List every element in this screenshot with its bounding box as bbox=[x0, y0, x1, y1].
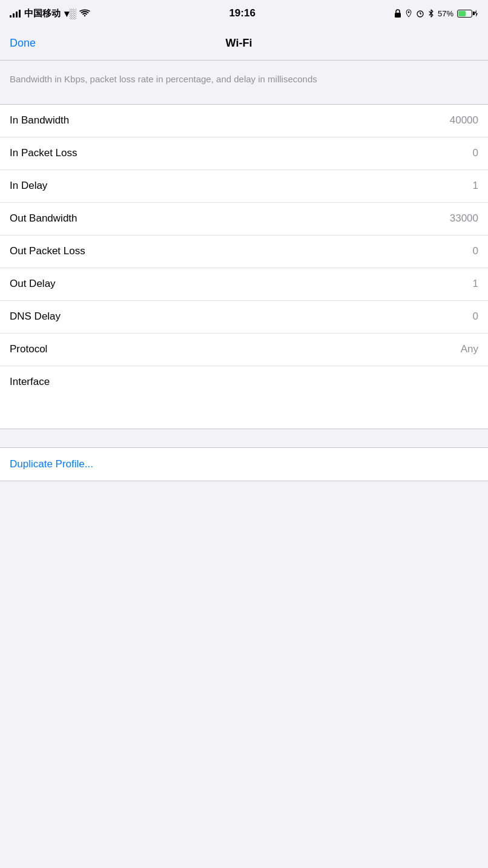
battery-percent: 57% bbox=[438, 9, 453, 18]
protocol-label: Protocol bbox=[10, 343, 47, 355]
svg-rect-0 bbox=[395, 13, 401, 18]
wifi-icon: ▾░ bbox=[64, 8, 76, 19]
status-bar: 中国移动 ▾░ 19:16 57% bbox=[0, 0, 488, 27]
signal-icon bbox=[10, 9, 21, 18]
settings-list: In Bandwidth 40000 In Packet Loss 0 In D… bbox=[0, 104, 488, 429]
dns-delay-label: DNS Delay bbox=[10, 311, 61, 323]
status-left: 中国移动 ▾░ bbox=[10, 8, 90, 19]
location-icon bbox=[405, 9, 412, 18]
charging-icon bbox=[474, 9, 478, 18]
out-packet-loss-value: 0 bbox=[473, 245, 478, 257]
out-bandwidth-label: Out Bandwidth bbox=[10, 212, 77, 225]
in-delay-row[interactable]: In Delay 1 bbox=[0, 170, 488, 203]
section-gap bbox=[0, 429, 488, 441]
status-right: 57% bbox=[394, 9, 478, 18]
battery-indicator bbox=[457, 9, 478, 18]
dns-delay-row[interactable]: DNS Delay 0 bbox=[0, 301, 488, 334]
out-packet-loss-row[interactable]: Out Packet Loss 0 bbox=[0, 235, 488, 268]
alarm-icon bbox=[416, 9, 424, 18]
bottom-spacer bbox=[0, 481, 488, 511]
done-button[interactable]: Done bbox=[10, 37, 36, 50]
out-bandwidth-row[interactable]: Out Bandwidth 33000 bbox=[0, 203, 488, 235]
nav-title: Wi-Fi bbox=[226, 37, 252, 50]
in-packet-loss-row[interactable]: In Packet Loss 0 bbox=[0, 137, 488, 170]
action-section: Duplicate Profile... bbox=[0, 447, 488, 481]
bluetooth-icon bbox=[428, 9, 434, 18]
out-delay-label: Out Delay bbox=[10, 278, 56, 290]
out-bandwidth-value: 33000 bbox=[450, 212, 478, 225]
protocol-row[interactable]: Protocol Any bbox=[0, 334, 488, 366]
out-delay-row[interactable]: Out Delay 1 bbox=[0, 268, 488, 301]
in-packet-loss-value: 0 bbox=[473, 147, 478, 159]
carrier-label: 中国移动 bbox=[24, 8, 61, 19]
in-bandwidth-row[interactable]: In Bandwidth 40000 bbox=[0, 105, 488, 137]
lock-icon bbox=[394, 9, 401, 18]
description-text: Bandwidth in Kbps, packet loss rate in p… bbox=[10, 73, 478, 86]
interface-row[interactable]: Interface bbox=[0, 366, 488, 429]
interface-label: Interface bbox=[10, 376, 50, 388]
wifi-signal-icon bbox=[79, 9, 90, 18]
duplicate-profile-button[interactable]: Duplicate Profile... bbox=[10, 458, 93, 470]
protocol-value: Any bbox=[461, 343, 478, 355]
in-delay-value: 1 bbox=[473, 180, 478, 192]
out-packet-loss-label: Out Packet Loss bbox=[10, 245, 85, 257]
in-bandwidth-label: In Bandwidth bbox=[10, 114, 69, 127]
dns-delay-value: 0 bbox=[473, 311, 478, 323]
nav-bar: Done Wi-Fi bbox=[0, 27, 488, 61]
out-delay-value: 1 bbox=[473, 278, 478, 290]
status-time: 19:16 bbox=[229, 7, 255, 19]
duplicate-profile-row[interactable]: Duplicate Profile... bbox=[0, 448, 488, 481]
svg-point-1 bbox=[407, 12, 409, 13]
description-section: Bandwidth in Kbps, packet loss rate in p… bbox=[0, 63, 488, 98]
in-bandwidth-value: 40000 bbox=[450, 114, 478, 127]
in-packet-loss-label: In Packet Loss bbox=[10, 147, 77, 159]
in-delay-label: In Delay bbox=[10, 180, 47, 192]
